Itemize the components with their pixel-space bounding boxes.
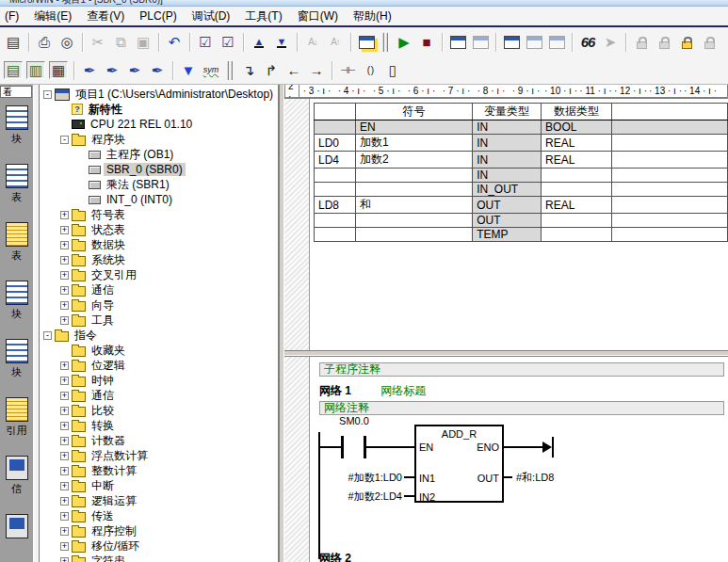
tree-row-27[interactable]: +逻辑运算 bbox=[40, 493, 278, 508]
program-status-button[interactable] bbox=[446, 31, 469, 53]
expand-toggle-icon[interactable]: + bbox=[60, 557, 69, 562]
menu-item-6[interactable]: 窗口(W) bbox=[290, 7, 346, 26]
row-1-var-type-cell[interactable]: IN bbox=[473, 135, 542, 152]
row-3-extra-cell[interactable] bbox=[611, 169, 727, 183]
expand-toggle-icon[interactable]: + bbox=[60, 422, 69, 430]
tree-row-10[interactable]: +数据块 bbox=[40, 237, 278, 252]
filter-symbols-button[interactable]: ▼ bbox=[177, 59, 200, 81]
line-up-button[interactable]: ↱ bbox=[260, 59, 283, 81]
expand-toggle-icon[interactable]: + bbox=[60, 286, 69, 295]
row-7-symbol-cell[interactable] bbox=[355, 228, 472, 242]
expand-toggle-icon[interactable]: + bbox=[60, 512, 69, 521]
view-bar-item-communication[interactable]: 信 bbox=[0, 452, 33, 510]
row-7-data-type-cell[interactable] bbox=[542, 228, 612, 242]
menu-item-2[interactable]: 查看(V) bbox=[79, 7, 132, 26]
tree-row-25[interactable]: +整数计算 bbox=[40, 463, 278, 478]
open-project-button[interactable]: ▤ bbox=[2, 31, 24, 53]
upload-button[interactable]: ▲ bbox=[248, 31, 270, 53]
toggle-symbol-view-button[interactable]: sym bbox=[200, 59, 222, 81]
menu-item-1[interactable]: 编辑(E) bbox=[26, 7, 79, 26]
row-3-data-type-cell[interactable] bbox=[542, 169, 612, 183]
expand-toggle-icon[interactable]: + bbox=[60, 437, 69, 445]
expand-toggle-icon[interactable]: + bbox=[60, 377, 69, 385]
table-row-gutter[interactable] bbox=[284, 99, 310, 350]
tree-row-26[interactable]: +中断 bbox=[40, 478, 278, 493]
row-6-var-type-cell[interactable]: OUT bbox=[473, 214, 542, 228]
view-split-button[interactable]: ▥ bbox=[24, 59, 47, 81]
line-down-button[interactable]: ↴ bbox=[237, 59, 260, 81]
row-3-symbol-cell[interactable] bbox=[355, 169, 472, 183]
row-2-symbol-cell[interactable]: 加数2 bbox=[355, 152, 472, 169]
lock-password-button[interactable] bbox=[675, 31, 698, 53]
tree-row-14[interactable]: +向导 bbox=[40, 297, 278, 313]
stop-button[interactable]: ■ bbox=[415, 31, 438, 53]
tree-row-13[interactable]: +通信 bbox=[40, 282, 278, 297]
add-r-box[interactable]: ADD_R EN ENO IN1 IN2 OUT bbox=[414, 425, 504, 503]
expand-toggle-icon[interactable]: + bbox=[60, 361, 69, 370]
pen-next-button[interactable]: ✒ bbox=[101, 59, 123, 81]
tree-row-29[interactable]: +程序控制 bbox=[40, 523, 278, 538]
in1-operand[interactable]: #加数1:LD0 bbox=[317, 471, 402, 485]
row-1-extra-cell[interactable] bbox=[611, 135, 727, 152]
row-5-extra-cell[interactable] bbox=[611, 197, 727, 214]
tree-row-28[interactable]: +传送 bbox=[40, 508, 278, 523]
row-0-data-type-cell[interactable]: BOOL bbox=[542, 120, 612, 135]
tree-row-2[interactable]: CPU 221 REL 01.10 bbox=[40, 117, 278, 132]
row-7-extra-cell[interactable] bbox=[611, 228, 727, 242]
tree-row-9[interactable]: +状态表 bbox=[40, 222, 278, 237]
pen-prev-button[interactable]: ✒ bbox=[123, 59, 146, 81]
tree-row-19[interactable]: +时钟 bbox=[40, 373, 278, 388]
expand-toggle-icon[interactable]: + bbox=[60, 256, 69, 265]
tree-row-18[interactable]: +位逻辑 bbox=[40, 358, 278, 373]
expand-toggle-icon[interactable]: + bbox=[60, 392, 69, 400]
view-bar-item-program-block[interactable]: 块 bbox=[0, 102, 33, 160]
tree-row-20[interactable]: +通信 bbox=[40, 388, 278, 403]
row-3-var-type-cell[interactable]: IN bbox=[473, 169, 542, 183]
expand-toggle-icon[interactable]: + bbox=[60, 407, 69, 415]
row-6-extra-cell[interactable] bbox=[611, 214, 727, 228]
row-6-addr-cell[interactable] bbox=[315, 214, 356, 228]
compile-all-button[interactable]: ☑ bbox=[217, 31, 239, 53]
row-5-addr-cell[interactable]: LD8 bbox=[315, 197, 356, 214]
expand-toggle-icon[interactable]: + bbox=[60, 316, 69, 325]
tree-row-12[interactable]: +交叉引用 bbox=[40, 267, 278, 282]
view-bar-item-data-block[interactable]: 块 bbox=[0, 277, 33, 335]
view-symbol-table-button[interactable]: ▤ bbox=[2, 59, 24, 81]
row-2-extra-cell[interactable] bbox=[611, 152, 727, 169]
out-operand[interactable]: #和:LD8 bbox=[516, 471, 554, 485]
tree-row-24[interactable]: +浮点数计算 bbox=[40, 448, 278, 463]
contact-bar-left[interactable] bbox=[341, 436, 344, 458]
pen-insert-button[interactable]: ✒ bbox=[78, 59, 101, 81]
tree-row-7[interactable]: INT_0 (INT0) bbox=[40, 192, 278, 207]
tree-row-0[interactable]: -项目1 (C:\Users\Administrator\Desktop) bbox=[40, 87, 278, 102]
download-button[interactable]: ▼ bbox=[270, 31, 293, 53]
print-button[interactable]: ⎙ bbox=[33, 31, 56, 53]
expand-toggle-icon[interactable]: + bbox=[60, 542, 69, 551]
row-3-addr-cell[interactable] bbox=[315, 169, 356, 183]
tree-row-4[interactable]: 主程序 (OB1) bbox=[40, 147, 278, 162]
expand-toggle-icon[interactable]: + bbox=[60, 241, 69, 249]
line-left-button[interactable]: ← bbox=[283, 59, 305, 81]
row-5-symbol-cell[interactable]: 和 bbox=[355, 197, 472, 214]
menu-item-0[interactable]: (F) bbox=[2, 8, 26, 24]
expand-toggle-icon[interactable]: + bbox=[60, 452, 69, 460]
collapse-toggle-icon[interactable]: - bbox=[60, 136, 69, 144]
expand-toggle-icon[interactable]: + bbox=[60, 467, 69, 475]
options-button[interactable] bbox=[355, 31, 378, 53]
row-2-var-type-cell[interactable]: IN bbox=[473, 152, 542, 169]
row-5-var-type-cell[interactable]: OUT bbox=[473, 197, 542, 214]
collapse-toggle-icon[interactable]: - bbox=[43, 90, 52, 99]
row-0-extra-cell[interactable] bbox=[611, 120, 727, 135]
compile-button[interactable]: ☑ bbox=[194, 31, 217, 53]
expand-toggle-icon[interactable]: + bbox=[60, 482, 69, 490]
tree-row-16[interactable]: -指令 bbox=[40, 328, 278, 343]
pen-delete-button[interactable]: ✒ bbox=[146, 59, 169, 81]
view-bar-item-system-block[interactable]: 块 bbox=[0, 335, 33, 393]
view-grid-button[interactable]: ▦ bbox=[47, 59, 70, 81]
expand-toggle-icon[interactable]: + bbox=[60, 527, 69, 536]
collapse-toggle-icon[interactable]: - bbox=[43, 331, 52, 340]
row-1-addr-cell[interactable]: LD0 bbox=[315, 135, 356, 152]
row-0-symbol-cell[interactable]: EN bbox=[355, 120, 472, 135]
row-7-var-type-cell[interactable]: TEMP bbox=[473, 228, 542, 242]
expand-toggle-icon[interactable]: + bbox=[60, 497, 69, 506]
